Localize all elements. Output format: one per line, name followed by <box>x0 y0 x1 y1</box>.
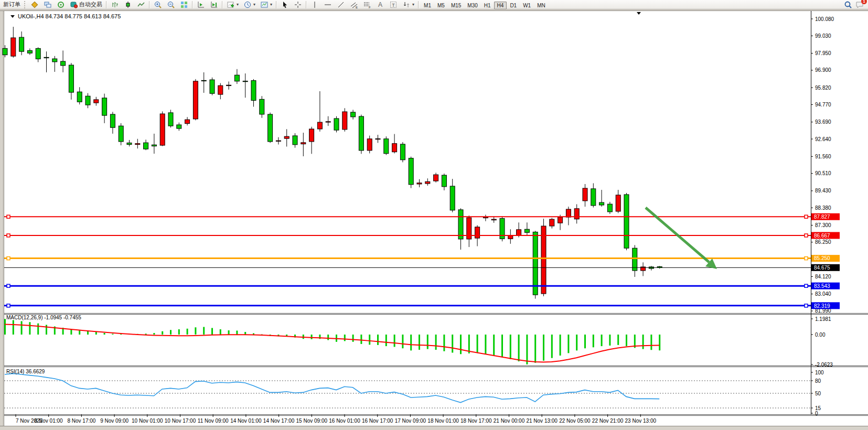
bar-chart-mode-button[interactable] <box>109 0 121 9</box>
template-button[interactable]: ▾ <box>258 0 274 9</box>
svg-text:94.770: 94.770 <box>815 102 831 108</box>
zoom-in-button[interactable] <box>152 0 164 9</box>
candle <box>301 143 306 144</box>
chart-shift-button[interactable] <box>195 0 207 9</box>
trendline-tool-button[interactable] <box>335 0 347 9</box>
toolbar-separator <box>276 1 277 8</box>
macd-histogram-bar <box>203 327 205 335</box>
zoom-out-button[interactable] <box>165 0 177 9</box>
time-label: 22 Nov 05:00 <box>559 418 591 424</box>
candle <box>574 209 579 219</box>
candle <box>566 209 571 217</box>
line-handle <box>7 257 10 260</box>
timeframe-mn[interactable]: MN <box>534 2 549 9</box>
macd-histogram-bar <box>485 335 486 354</box>
timeframe-m1[interactable]: M1 <box>421 2 434 9</box>
price-marker-label: 83.543 <box>814 283 830 289</box>
macd-histogram-bar <box>468 335 470 353</box>
macd-histogram-bar <box>344 335 346 341</box>
label-t-icon: T <box>389 1 398 9</box>
autotrading-button[interactable]: 自动交易 <box>68 0 104 9</box>
macd-histogram-bar <box>377 335 379 345</box>
arrows-tool-button[interactable]: ▾ <box>400 0 416 9</box>
toolbar-separator <box>106 1 107 8</box>
svg-text:80: 80 <box>815 378 821 384</box>
fibonacci-icon: F <box>363 1 371 9</box>
macd-histogram-bar <box>551 335 553 358</box>
macd-histogram-bar <box>46 325 47 335</box>
macd-histogram-bar <box>352 335 354 342</box>
label-tool-button[interactable]: T <box>387 0 400 9</box>
channel-tool-button[interactable]: E <box>348 0 360 9</box>
candle <box>607 204 612 212</box>
candle <box>210 80 215 93</box>
candle <box>434 175 438 181</box>
toolbar-separator <box>192 1 193 8</box>
auto-scroll-button[interactable] <box>208 0 220 9</box>
svg-text:F: F <box>369 6 371 9</box>
macd-histogram-bar <box>601 335 603 346</box>
macd-histogram-bar <box>659 335 660 350</box>
macd-histogram-bar <box>37 324 39 335</box>
candle <box>27 50 32 53</box>
candle <box>234 75 239 81</box>
svg-text:91.560: 91.560 <box>815 154 831 159</box>
autoscroll-icon <box>210 1 218 9</box>
crosshair-tool-button[interactable] <box>292 0 304 9</box>
line-chart-mode-button[interactable] <box>135 0 147 9</box>
chart-title: UKOil-,H4 84.734 84.775 84.613 84.675 <box>10 13 121 19</box>
fibonacci-tool-button[interactable]: F <box>361 0 373 9</box>
new-order-button[interactable]: 新订单 <box>1 0 23 9</box>
notifications-button[interactable]: 1 <box>855 1 864 9</box>
period-button[interactable]: ▾ <box>241 0 258 9</box>
candle <box>450 186 455 210</box>
vertical-line-tool-button[interactable] <box>308 0 321 9</box>
tile-windows-button[interactable] <box>178 0 190 9</box>
horizontal-line-tool-button[interactable] <box>322 0 334 9</box>
candle <box>11 38 16 56</box>
line-handle <box>805 257 808 260</box>
template-icon <box>260 1 269 9</box>
crosshair-icon <box>294 1 302 9</box>
macd-histogram-bar <box>145 334 147 335</box>
svg-text:97.950: 97.950 <box>815 50 831 56</box>
timeframe-m5[interactable]: M5 <box>434 2 448 9</box>
chevron-down-icon: ▾ <box>237 2 239 7</box>
macd-histogram-bar <box>4 319 6 335</box>
macd-histogram-bar <box>162 331 163 335</box>
cursor-tool-button[interactable] <box>278 0 291 9</box>
signals-button[interactable] <box>55 0 67 9</box>
timeframe-m30[interactable]: M30 <box>464 2 480 9</box>
macd-histogram-bar <box>21 321 23 335</box>
shift-end-icon <box>197 1 205 9</box>
timeframe-m15[interactable]: M15 <box>448 2 464 9</box>
candle <box>3 48 7 55</box>
macd-histogram-bar <box>311 335 313 339</box>
macd-histogram-bar <box>518 335 520 361</box>
main-toolbar: 新订单 自动交易 <box>0 0 868 9</box>
price-marker-label: 85.250 <box>814 255 830 261</box>
chart-title-text: UKOil-,H4 84.734 84.775 84.613 84.675 <box>18 13 121 19</box>
terminal-button[interactable] <box>41 0 54 9</box>
line-handle <box>7 234 10 237</box>
chart-canvas[interactable]: 100.08099.03097.95096.90095.82094.77093.… <box>0 9 868 430</box>
candle <box>384 139 389 154</box>
candle <box>185 120 190 123</box>
macd-histogram-bar <box>452 335 453 353</box>
candlestick-mode-button[interactable] <box>122 0 134 9</box>
svg-text:E: E <box>356 6 358 9</box>
candle <box>61 61 66 66</box>
text-tool-button[interactable]: A <box>374 0 387 9</box>
add-indicator-button[interactable]: ▾ <box>224 0 241 9</box>
market-watch-button[interactable] <box>28 0 41 9</box>
search-icon[interactable] <box>844 1 852 9</box>
timeframe-h4[interactable]: H4 <box>494 2 507 9</box>
macd-histogram-bar <box>327 335 329 340</box>
candle <box>550 219 554 226</box>
timeframe-h1[interactable]: H1 <box>481 2 494 9</box>
timeframe-d1[interactable]: D1 <box>507 2 520 9</box>
timeframe-w1[interactable]: W1 <box>520 2 534 9</box>
toolbar-separator <box>418 1 419 8</box>
toolbar-grip <box>24 1 27 8</box>
macd-histogram-bar <box>87 331 89 335</box>
